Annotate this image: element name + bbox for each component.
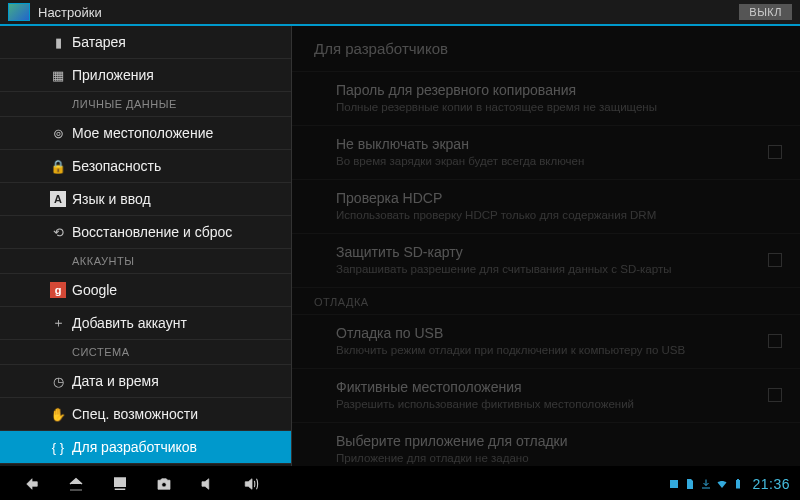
setting-row[interactable]: Выберите приложение для отладкиПриложени…	[292, 423, 800, 466]
checkbox[interactable]	[768, 334, 782, 348]
svg-rect-4	[736, 480, 740, 489]
clock-icon: ◷	[50, 373, 66, 389]
sidebar-item-clock[interactable]: ◷Дата и время	[0, 365, 291, 398]
svg-point-2	[162, 483, 167, 488]
app-icon	[8, 3, 30, 21]
setting-subtitle: Включить режим отладки при подключении к…	[336, 343, 752, 358]
battery-icon	[732, 478, 744, 490]
recent-apps-button[interactable]	[98, 468, 142, 500]
status-tray[interactable]: 21:36	[668, 476, 790, 492]
apps-icon: ▦	[50, 67, 66, 83]
setting-row[interactable]: Пароль для резервного копированияПолные …	[292, 72, 800, 126]
setting-title: Защитить SD-карту	[336, 244, 752, 260]
setting-subtitle: Использовать проверку HDCP только для со…	[336, 208, 752, 223]
volume-up-button[interactable]	[230, 468, 274, 500]
checkbox[interactable]	[768, 145, 782, 159]
sidebar-item-label: Добавить аккаунт	[72, 315, 187, 331]
screenshot-button[interactable]	[142, 468, 186, 500]
svg-rect-0	[115, 478, 126, 486]
sidebar-item-location[interactable]: ⊚Мое местоположение	[0, 117, 291, 150]
svg-rect-1	[115, 489, 126, 491]
setting-title: Выберите приложение для отладки	[336, 433, 752, 449]
google-icon: g	[50, 282, 66, 298]
sidebar-item-label: Для разработчиков	[72, 439, 197, 455]
sidebar-item-label: Дата и время	[72, 373, 159, 389]
setting-title: Фиктивные местоположения	[336, 379, 752, 395]
sidebar-item-info[interactable]: ⓘО планшетном ПК	[0, 464, 291, 466]
setting-row[interactable]: Фиктивные местоположенияРазрешить исполь…	[292, 369, 800, 423]
off-button[interactable]: ВЫКЛ	[739, 4, 792, 20]
volume-down-button[interactable]	[186, 468, 230, 500]
sidebar-item-lock[interactable]: 🔒Безопасность	[0, 150, 291, 183]
setting-row[interactable]: Не выключать экранВо время зарядки экран…	[292, 126, 800, 180]
sidebar-item-restore[interactable]: ⟲Восстановление и сброс	[0, 216, 291, 249]
setting-title: Отладка по USB	[336, 325, 752, 341]
setting-subtitle: Приложение для отладки не задано	[336, 451, 752, 466]
setting-title: Проверка HDCP	[336, 190, 752, 206]
hand-icon: ✋	[50, 406, 66, 422]
lock-icon: 🔒	[50, 158, 66, 174]
download-icon	[700, 478, 712, 490]
setting-subtitle: Запрашивать разрешение для считывания да…	[336, 262, 752, 277]
setting-row[interactable]: Проверка HDCPИспользовать проверку HDCP …	[292, 180, 800, 234]
language-icon: A	[50, 191, 66, 207]
sidebar-item-label: Спец. возможности	[72, 406, 198, 422]
svg-rect-5	[737, 479, 739, 480]
location-icon: ⊚	[50, 125, 66, 141]
sidebar-item-label: Приложения	[72, 67, 154, 83]
setting-subtitle: Разрешить использование фиктивных местоп…	[336, 397, 752, 412]
braces-icon: { }	[50, 439, 66, 455]
setting-subtitle: Полные резервные копии в настоящее время…	[336, 100, 752, 115]
settings-content: Для разработчиков Пароль для резервного …	[292, 26, 800, 466]
sidebar-item-label: Язык и ввод	[72, 191, 151, 207]
setting-subtitle: Во время зарядки экран будет всегда вклю…	[336, 154, 752, 169]
notification-icon	[668, 478, 680, 490]
sidebar-item-language[interactable]: AЯзык и ввод	[0, 183, 291, 216]
setting-title: Не выключать экран	[336, 136, 752, 152]
setting-row[interactable]: Отладка по USBВключить режим отладки при…	[292, 315, 800, 369]
sidebar-section-header: ЛИЧНЫЕ ДАННЫЕ	[0, 92, 291, 117]
back-button[interactable]	[10, 468, 54, 500]
content-section-header: ОТЛАДКА	[292, 288, 800, 315]
sidebar-item-google[interactable]: gGoogle	[0, 274, 291, 307]
content-title: Для разработчиков	[292, 26, 800, 72]
battery-icon: ▮	[50, 34, 66, 50]
sidebar-item-label: Батарея	[72, 34, 126, 50]
system-navbar: 21:36	[0, 468, 800, 500]
sidebar-item-label: Мое местоположение	[72, 125, 213, 141]
sidebar-item-plus[interactable]: ＋Добавить аккаунт	[0, 307, 291, 340]
sidebar-section-header: СИСТЕМА	[0, 340, 291, 365]
sdcard-icon	[684, 478, 696, 490]
sidebar-item-battery[interactable]: ▮Батарея	[0, 26, 291, 59]
sidebar-item-hand[interactable]: ✋Спец. возможности	[0, 398, 291, 431]
setting-title: Пароль для резервного копирования	[336, 82, 752, 98]
svg-rect-3	[670, 480, 678, 488]
home-button[interactable]	[54, 468, 98, 500]
window-header: Настройки ВЫКЛ	[0, 0, 800, 26]
checkbox[interactable]	[768, 388, 782, 402]
restore-icon: ⟲	[50, 224, 66, 240]
sidebar-item-braces[interactable]: { }Для разработчиков	[0, 431, 291, 464]
sidebar-section-header: АККАУНТЫ	[0, 249, 291, 274]
sidebar-item-label: Google	[72, 282, 117, 298]
sidebar-item-label: Восстановление и сброс	[72, 224, 232, 240]
clock: 21:36	[752, 476, 790, 492]
settings-sidebar: ▮Батарея▦ПриложенияЛИЧНЫЕ ДАННЫЕ⊚Мое мес…	[0, 26, 292, 466]
plus-icon: ＋	[50, 315, 66, 331]
setting-row[interactable]: Защитить SD-картуЗапрашивать разрешение …	[292, 234, 800, 288]
sidebar-item-label: Безопасность	[72, 158, 161, 174]
wifi-icon	[716, 478, 728, 490]
window-title: Настройки	[38, 5, 739, 20]
checkbox[interactable]	[768, 253, 782, 267]
sidebar-item-apps[interactable]: ▦Приложения	[0, 59, 291, 92]
